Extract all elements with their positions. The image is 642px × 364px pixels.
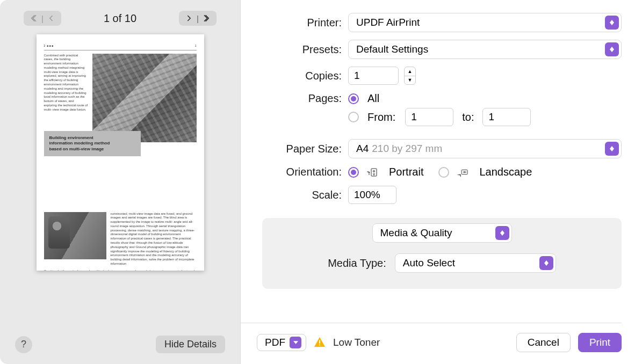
footer: PDF Low Toner Cancel Print <box>241 323 622 364</box>
scale-input[interactable] <box>348 186 396 204</box>
chevron-updown-icon <box>495 226 509 240</box>
pages-all-label: All <box>367 92 379 105</box>
section-value: Media & Quality <box>380 227 452 239</box>
pages-to-label: to: <box>462 111 474 123</box>
warning-icon <box>314 337 326 349</box>
media-type-value: Auto Select <box>403 257 455 269</box>
label-media-type: Media Type: <box>328 257 386 270</box>
chevron-updown-icon <box>605 16 619 30</box>
presets-value: Default Settings <box>356 43 428 55</box>
print-button[interactable]: Print <box>578 333 622 352</box>
landscape-icon <box>457 168 468 177</box>
row-printer: Printer: UPDF AirPrint <box>241 13 622 32</box>
label-copies: Copies: <box>241 70 348 82</box>
preview-text-3: Combined with practical cases, low-altit… <box>44 270 197 271</box>
prev-page-button[interactable] <box>45 12 57 24</box>
page-indicator: 1 of 10 <box>104 12 136 25</box>
first-page-button[interactable] <box>28 12 40 24</box>
row-pages: Pages: All <box>241 92 622 105</box>
pages-to-input[interactable] <box>482 108 531 126</box>
preview-title-box: Building environment information modelin… <box>44 131 141 156</box>
row-presets: Presets: Default Settings <box>241 40 622 59</box>
preview-page: 2 ■ ■ ■1 Combined with practical cases, … <box>37 34 204 271</box>
label-presets: Presets: <box>241 43 348 56</box>
row-pages-range: From: to: <box>241 108 622 126</box>
svg-point-1 <box>373 170 375 172</box>
orientation-landscape-label: Landscape <box>479 166 532 178</box>
label-pages: Pages: <box>241 92 348 105</box>
label-printer: Printer: <box>241 17 348 29</box>
stepper-down-icon[interactable]: ▼ <box>405 76 415 85</box>
copies-stepper[interactable]: ▲ ▼ <box>404 67 416 85</box>
pages-from-label: From: <box>367 111 395 123</box>
last-page-button[interactable] <box>200 12 212 24</box>
preview-image-2 <box>44 212 106 259</box>
label-paper-size: Paper Size: <box>241 143 348 155</box>
svg-rect-5 <box>319 344 320 345</box>
form-panel: Printer: UPDF AirPrint Presets: Default … <box>241 0 642 364</box>
row-scale: Scale: <box>241 186 622 204</box>
media-type-select[interactable]: Auto Select <box>395 253 556 273</box>
section-select[interactable]: Media & Quality <box>372 223 512 243</box>
print-dialog: | 1 of 10 | 2 ■ ■ ■1 Combin <box>0 0 642 364</box>
label-orientation: Orientation: <box>241 166 348 178</box>
row-paper-size: Paper Size: A4 210 by 297 mm <box>241 139 622 158</box>
label-scale: Scale: <box>241 189 348 201</box>
svg-point-3 <box>464 171 465 172</box>
next-page-button[interactable] <box>183 12 195 24</box>
orientation-portrait-label: Portrait <box>389 166 423 178</box>
portrait-icon <box>366 168 378 177</box>
pdf-label: PDF <box>265 337 285 348</box>
stepper-up-icon[interactable]: ▲ <box>405 67 415 76</box>
svg-rect-4 <box>319 340 320 343</box>
preview-panel: | 1 of 10 | 2 ■ ■ ■1 Combin <box>0 0 241 364</box>
chevron-down-icon <box>290 337 301 348</box>
chevron-updown-icon <box>605 142 619 156</box>
media-quality-section: Media & Quality Media Type: Auto Select <box>262 218 622 289</box>
copies-input[interactable] <box>348 67 399 85</box>
help-button[interactable]: ? <box>15 336 32 353</box>
sep: | <box>196 12 199 24</box>
orientation-landscape-radio[interactable] <box>438 167 449 178</box>
row-orientation: Orientation: Portrait Landscape <box>241 166 622 178</box>
paper-size-select[interactable]: A4 210 by 297 mm <box>348 139 622 158</box>
nav-back-group: | <box>24 11 61 26</box>
row-copies: Copies: ▲ ▼ <box>241 67 622 85</box>
preview-text-2: constructed, multi-view image data are f… <box>111 212 197 266</box>
left-footer: ? Hide Details <box>13 330 227 353</box>
printer-value: UPDF AirPrint <box>356 17 420 28</box>
presets-select[interactable]: Default Settings <box>348 40 622 59</box>
sep: | <box>41 12 44 24</box>
preview-nav: | 1 of 10 | <box>13 11 227 31</box>
pages-all-radio[interactable] <box>348 93 359 104</box>
paper-size-value: A4 <box>356 143 369 155</box>
chevron-updown-icon <box>539 256 553 270</box>
preview-text: Combined with practical cases, the build… <box>44 54 88 142</box>
cancel-button[interactable]: Cancel <box>516 333 571 352</box>
chevron-updown-icon <box>605 42 619 56</box>
nav-forward-group: | <box>179 11 217 26</box>
orientation-portrait-radio[interactable] <box>348 167 359 178</box>
pdf-menu-button[interactable]: PDF <box>257 334 306 351</box>
pages-from-input[interactable] <box>405 108 453 126</box>
hide-details-button[interactable]: Hide Details <box>156 336 225 353</box>
status-text: Low Toner <box>333 337 380 348</box>
preview-image <box>92 54 197 142</box>
pages-range-radio[interactable] <box>348 112 359 122</box>
printer-select[interactable]: UPDF AirPrint <box>348 13 622 32</box>
paper-size-hint: 210 by 297 mm <box>372 143 442 155</box>
